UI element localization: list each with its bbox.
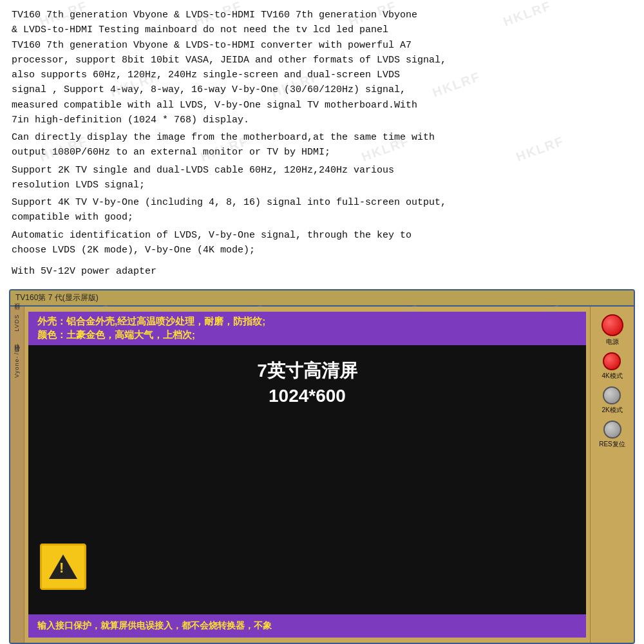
screen-center: 7英寸高清屏 1024*600 <box>28 345 586 614</box>
screen-top-banner: 外壳：铝合金外壳,经过高温喷沙处理，耐磨，防指纹; 颜色：土豪金色，高端大气，上… <box>28 312 586 345</box>
page: TV160 7th generation Vbyone & LVDS-to-HD… <box>0 0 644 644</box>
paragraph-1: TV160 7th generation Vbyone & LVDS-to-HD… <box>12 8 632 128</box>
power-button[interactable] <box>601 314 623 336</box>
warning-triangle-icon <box>49 554 77 579</box>
4k-mode-label: 4K模式 <box>601 372 622 380</box>
paragraph-3: Support 2K TV single and dual-LVDS cable… <box>12 163 632 193</box>
bottom-bar-text: 输入接口保护，就算屏供电误接入，都不会烧转换器，不象 <box>37 620 272 632</box>
2k-mode-label: 2K模式 <box>601 406 622 414</box>
4k-mode-button[interactable] <box>603 352 621 370</box>
screen-area: 外壳：铝合金外壳,经过高温喷沙处理，耐磨，防指纹; 颜色：土豪金色，高端大气，上… <box>28 312 586 638</box>
screen-res-line: 1024*600 <box>257 383 357 408</box>
power-label: 电源 <box>606 338 619 346</box>
res-reset-label: RES复位 <box>599 440 625 448</box>
warning-icon-box <box>40 544 86 590</box>
device-image: HKLRF HKLRF HKLRF HKLRF HKLRF HKLRF HKLR… <box>9 289 635 644</box>
lvds-label: LVDS接口 <box>13 313 21 332</box>
4k-mode-control: 4K模式 <box>601 352 622 380</box>
screen-size-line: 7英寸高清屏 <box>257 358 357 383</box>
screen-resolution-text: 7英寸高清屏 1024*600 <box>257 358 357 408</box>
device-model-label: TV160第 7 代(显示屏版) <box>15 292 99 303</box>
device-body: LVDS接口 Vyone-群创/LG 外壳：铝合金外壳,经过高温喷沙处理，耐磨，… <box>10 307 634 643</box>
res-reset-control: RES复位 <box>599 421 625 448</box>
power-control: 电源 <box>601 314 623 346</box>
vyone-label: Vyone-群创/LG <box>13 343 21 378</box>
banner-line-1: 外壳：铝合金外壳,经过高温喷沙处理，耐磨，防指纹; <box>37 316 577 328</box>
right-controls-panel: 电源 4K模式 2K模式 RES复位 <box>590 307 634 643</box>
paragraph-4: Support 4K TV V-by-One (including 4, 8, … <box>12 195 632 225</box>
left-label-bar: LVDS接口 Vyone-群创/LG <box>10 307 24 643</box>
res-reset-button[interactable] <box>603 421 621 439</box>
2k-mode-control: 2K模式 <box>601 386 622 414</box>
banner-line-2: 颜色：土豪金色，高端大气，上档次; <box>37 329 577 341</box>
2k-mode-button[interactable] <box>603 386 621 404</box>
screen-bottom-bar: 输入接口保护，就算屏供电误接入，都不会烧转换器，不象 <box>28 614 586 638</box>
paragraph-6: With 5V-12V power adapter <box>12 264 632 279</box>
paragraph-5: Automatic identification of LVDS, V-by-O… <box>12 228 632 258</box>
